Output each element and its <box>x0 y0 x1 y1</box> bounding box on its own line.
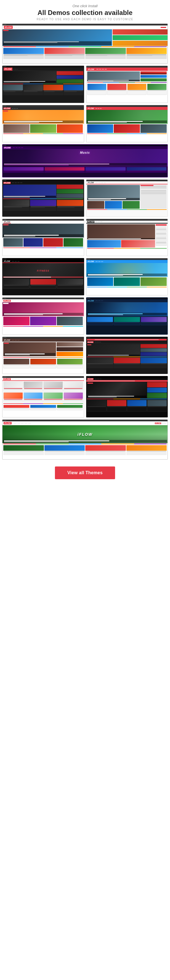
demo-row-11-12: iFLOW FITNESS <box>2 258 168 295</box>
demo-row-4-5: iFLOW <box>2 105 168 142</box>
demo-item-4: iFLOW <box>2 105 84 142</box>
demo-item-2: iFLOW <box>2 65 84 103</box>
main-title: All Demos collection available <box>6 9 164 17</box>
demo-row-1: iFLOW <box>2 24 168 64</box>
demo-item-15: iFLOW <box>2 337 84 374</box>
header-section: One click Install All Demos collection a… <box>0 0 170 24</box>
demo-item-5: iFLOW <box>86 105 168 142</box>
demo-item-10: iFLOW <box>86 219 168 256</box>
demo-item-11: iFLOW FITNESS <box>2 258 84 295</box>
demo-item-9: iFLOW <box>2 219 84 256</box>
demo-item-7: iFLOW <box>2 180 84 217</box>
demo-item-18: iFLOW <box>86 376 168 417</box>
demo-item-1: iFLOW <box>2 24 168 64</box>
demo-row-19: iFLOW iFLOW <box>2 419 168 460</box>
demo-row-15-16: iFLOW <box>2 337 168 374</box>
demo-item-12: iFLOW <box>86 258 168 295</box>
demo-row-7-8: iFLOW <box>2 180 168 217</box>
demo-item-17: iFLOW <box>2 376 84 417</box>
demo-row-2-3: iFLOW <box>2 65 168 103</box>
demo-item-19: iFLOW iFLOW <box>2 419 168 460</box>
demo-item-3: iFLOW <box>86 65 168 103</box>
demo-item-6: iFLOW Music <box>2 144 168 177</box>
demo-item-13: iFLOW <box>2 298 84 335</box>
demo-row-6: iFLOW Music <box>2 144 168 177</box>
demo-item-8: iFLOW <box>86 180 168 217</box>
view-all-themes-button[interactable]: View all Themes <box>55 466 115 479</box>
demo-item-16: iFLOW <box>86 337 168 374</box>
demo-item-14: iFLOW <box>86 298 168 335</box>
demo-logo-1: iFLOW <box>4 26 13 29</box>
demos-grid: iFLOW <box>0 24 170 460</box>
view-button-section: View all Themes <box>0 462 170 487</box>
one-click-label: One click Install <box>6 4 164 8</box>
demo-row-17-18: iFLOW <box>2 376 168 417</box>
demo-row-13-14: iFLOW <box>2 298 168 335</box>
demo-row-9-10: iFLOW <box>2 219 168 256</box>
subtitle: READY TO USE AND EACH DEMO IS EASY TO CU… <box>6 18 164 21</box>
